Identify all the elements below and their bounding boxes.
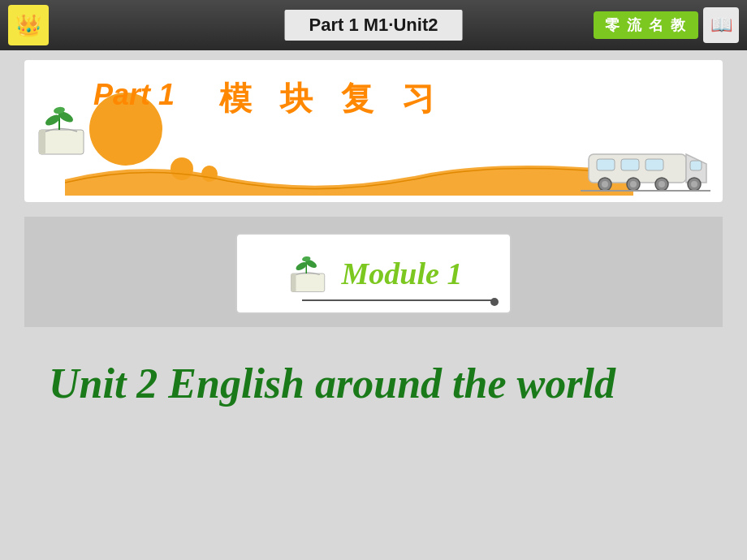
svg-point-13: [602, 181, 608, 187]
module-box: Module 1: [235, 233, 512, 314]
module-section: Module 1: [24, 217, 723, 327]
top-bar: 👑 Part 1 M1·Unit2 零 流 名 教 📖: [0, 0, 747, 50]
svg-point-19: [691, 181, 697, 187]
orange-ribbon: [65, 155, 633, 196]
book-icon: 📖: [710, 15, 732, 36]
svg-rect-9: [621, 159, 639, 170]
module-underline: [302, 299, 494, 301]
svg-point-15: [630, 181, 637, 187]
top-bar-right: 零 流 名 教 📖: [594, 7, 739, 43]
title-text: Part 1 M1·Unit2: [309, 15, 438, 35]
train-container: [581, 146, 710, 198]
banner-section: Part 1 模 块 复 习: [24, 60, 723, 202]
crown-icon: 👑: [15, 13, 41, 38]
svg-rect-1: [39, 130, 45, 154]
svg-rect-0: [39, 130, 84, 154]
unit-title: Unit 2 English around the world: [49, 360, 698, 407]
svg-rect-10: [646, 159, 663, 170]
module-label: Module 1: [342, 256, 463, 291]
module-dot: [490, 298, 499, 306]
part1-label: Part 1: [93, 78, 175, 112]
chinese-title: 模 块 复 习: [219, 76, 444, 121]
book-plant-icon: [31, 97, 96, 162]
unit-title-section: Unit 2 English around the world: [24, 351, 723, 416]
book-icon-right: 📖: [703, 7, 739, 43]
svg-rect-11: [690, 161, 702, 170]
logo-left: 👑: [8, 5, 49, 45]
svg-rect-21: [291, 274, 324, 292]
part1-label-text: Part 1: [93, 78, 175, 111]
svg-point-17: [658, 181, 665, 187]
green-banner-text: 零 流 名 教: [605, 17, 687, 33]
svg-rect-22: [291, 274, 296, 292]
main-content: Part 1 模 块 复 习: [0, 50, 747, 560]
module-book-icon: [285, 249, 334, 298]
train-icon: [581, 146, 710, 195]
green-banner: 零 流 名 教: [594, 11, 698, 39]
top-bar-title: Part 1 M1·Unit2: [285, 10, 463, 41]
svg-rect-8: [597, 159, 615, 170]
chinese-title-text: 模 块 复 习: [219, 80, 444, 116]
